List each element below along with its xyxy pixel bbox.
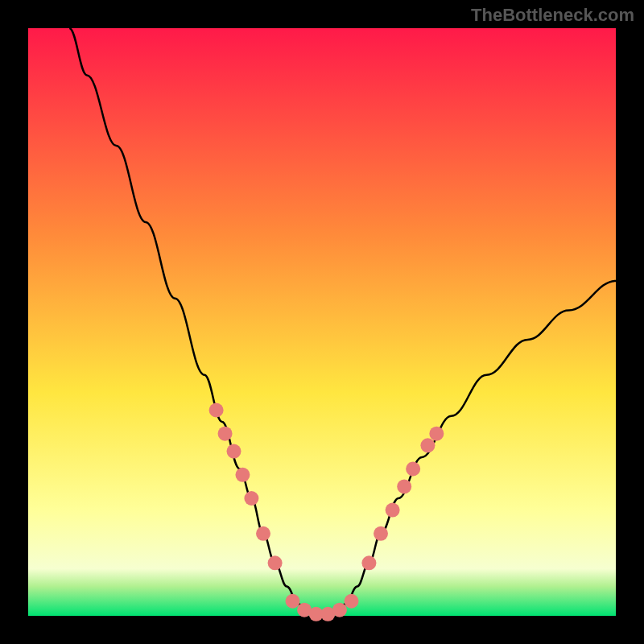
data-marker <box>374 526 388 541</box>
watermark-text: TheBottleneck.com <box>471 5 634 26</box>
data-marker <box>209 403 224 418</box>
data-marker <box>268 555 283 570</box>
chart-svg <box>0 0 644 644</box>
bottleneck-chart: TheBottleneck.com <box>0 0 644 644</box>
data-marker <box>332 603 347 617</box>
data-marker <box>361 555 376 570</box>
data-marker <box>345 594 359 609</box>
data-marker <box>218 427 233 441</box>
plot-background <box>28 28 616 616</box>
data-marker <box>227 444 242 459</box>
data-marker <box>429 427 444 441</box>
data-marker <box>244 491 258 506</box>
data-marker <box>386 503 400 518</box>
data-marker <box>420 438 435 452</box>
data-marker <box>286 594 300 609</box>
data-marker <box>256 526 270 541</box>
data-marker <box>397 479 411 493</box>
data-marker <box>406 462 420 477</box>
data-marker <box>235 468 250 482</box>
